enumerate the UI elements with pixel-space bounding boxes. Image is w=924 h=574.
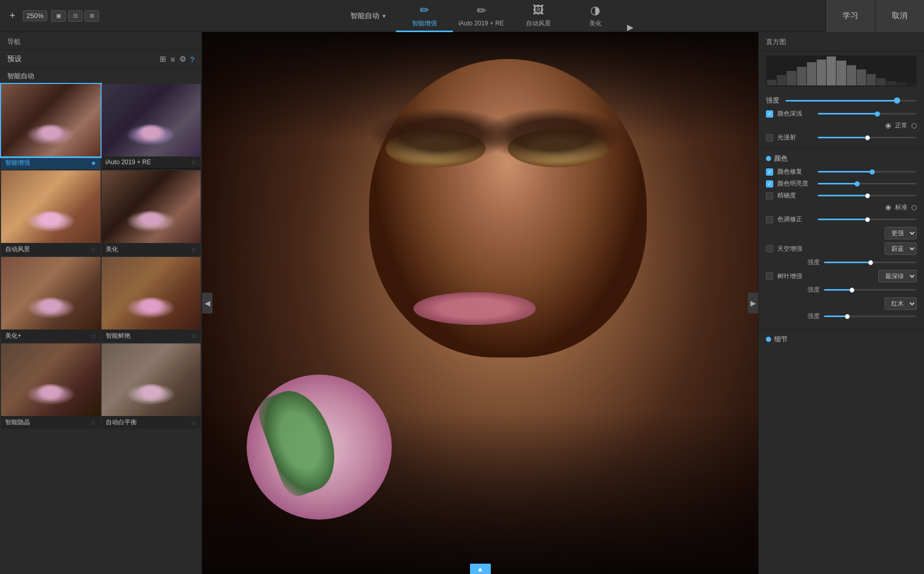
tone-correction-checkbox[interactable] bbox=[766, 216, 773, 223]
top-tabs: ✏ 智能增强 ✏ iAuto 2019 + RE 🖼 自动风景 ◑ 美化 ▶ bbox=[396, 0, 636, 32]
preset-name-3: 自动风景 bbox=[5, 245, 30, 254]
preset-thumb-7 bbox=[1, 343, 101, 416]
canvas-bottom-arrow[interactable]: ▲ bbox=[470, 564, 491, 574]
mode-radio[interactable] bbox=[886, 123, 891, 128]
preset-star-2[interactable]: ☆ bbox=[191, 159, 196, 166]
precision-mode-row: 标准 bbox=[766, 203, 917, 212]
canvas-right-arrow[interactable]: ▶ bbox=[748, 293, 758, 313]
intensity-slider-track[interactable] bbox=[786, 100, 917, 102]
standard-label: 标准 bbox=[895, 203, 907, 212]
preset-star-7[interactable]: ☆ bbox=[91, 419, 96, 426]
beautify-icon: ◑ bbox=[590, 4, 600, 17]
presets-tools: ⊞ ≡ ⚙ ? bbox=[160, 54, 194, 64]
view-mode-compare[interactable]: ⊠ bbox=[84, 10, 99, 22]
auto-landscape-icon: 🖼 bbox=[533, 4, 544, 17]
zoom-display[interactable]: 250% bbox=[23, 10, 47, 21]
portrait-background bbox=[202, 32, 758, 574]
preset-selector[interactable]: 智能自动 ▾ bbox=[350, 11, 386, 21]
preset-star-5[interactable]: ☆ bbox=[91, 333, 96, 340]
tone-checkbox[interactable] bbox=[766, 110, 773, 118]
tree-intensity-slider[interactable] bbox=[824, 289, 917, 291]
tab-beautify[interactable]: ◑ 美化 bbox=[567, 0, 624, 32]
tab-smart-enhance[interactable]: ✏ 智能增强 bbox=[396, 0, 453, 32]
list-item[interactable]: 美化+ ☆ bbox=[1, 257, 101, 342]
preset-name-4: 美化 bbox=[106, 245, 118, 254]
list-item[interactable]: 智能增强 ★ bbox=[1, 84, 101, 169]
light-scatter-label: 光漫射 bbox=[777, 133, 814, 142]
standard-radio[interactable] bbox=[886, 205, 891, 210]
settings-icon[interactable]: ⚙ bbox=[179, 54, 186, 64]
precision-slider[interactable] bbox=[818, 195, 917, 196]
left-panel: 导航 预设 ⊞ ≡ ⚙ ? 智能自动 bbox=[0, 32, 202, 574]
learn-button[interactable]: 学习 bbox=[826, 0, 875, 32]
color-brightness-checkbox[interactable] bbox=[766, 180, 773, 188]
color-repair-slider[interactable] bbox=[818, 171, 917, 173]
list-item[interactable]: 自动白平衡 ☆ bbox=[102, 343, 201, 429]
canvas-left-arrow[interactable]: ◀ bbox=[202, 293, 212, 313]
sky-enhance-label: 天空增强 bbox=[777, 245, 814, 253]
presets-title: 预设 bbox=[7, 54, 22, 64]
tone-correction-slider[interactable] bbox=[818, 219, 917, 220]
list-item[interactable]: iAuto 2019 + RE ☆ bbox=[102, 84, 201, 169]
list-view-icon[interactable]: ≡ bbox=[170, 55, 175, 64]
sky-intensity-slider[interactable] bbox=[824, 262, 917, 263]
preset-star-3[interactable]: ☆ bbox=[91, 246, 96, 253]
tree-enhance-label: 树叶增强 bbox=[777, 272, 814, 281]
tone-correction-dropdown[interactable]: 更强 bbox=[885, 227, 917, 239]
tab-auto-landscape[interactable]: 🖼 自动风景 bbox=[510, 0, 567, 32]
canvas-area: ◀ ▶ ▲ bbox=[202, 32, 758, 574]
preset-star-1[interactable]: ★ bbox=[91, 160, 96, 167]
preset-label-7: 智能隐晶 ☆ bbox=[1, 416, 101, 429]
tone-slider-track[interactable] bbox=[818, 113, 917, 114]
cancel-button[interactable]: 取消 bbox=[875, 0, 924, 32]
color-repair-label: 颜色修复 bbox=[777, 167, 814, 176]
tree-enhance-dropdown[interactable]: 最深绿 bbox=[878, 270, 917, 282]
list-item[interactable]: 美化 ☆ bbox=[102, 170, 201, 256]
main-image bbox=[202, 32, 758, 574]
tone-correction-label: 色调修正 bbox=[777, 215, 814, 224]
list-item[interactable]: 智能鲜艳 ☆ bbox=[102, 257, 201, 342]
add-button[interactable]: + bbox=[6, 10, 19, 21]
preset-dropdown-arrow[interactable]: ▾ bbox=[382, 12, 386, 20]
iauto2019-icon: ✏ bbox=[477, 4, 486, 18]
help-icon[interactable]: ? bbox=[190, 55, 194, 64]
tab-next-arrow[interactable]: ▶ bbox=[624, 22, 636, 32]
light-scatter-slider[interactable] bbox=[818, 137, 917, 138]
preset-label-8: 自动白平衡 ☆ bbox=[102, 416, 201, 429]
wood-color-dropdown[interactable]: 红木 bbox=[885, 297, 917, 310]
preset-star-4[interactable]: ☆ bbox=[191, 246, 196, 253]
preset-thumb-8 bbox=[102, 343, 201, 416]
view-mode-single[interactable]: ▣ bbox=[51, 10, 66, 22]
precision-checkbox[interactable] bbox=[766, 192, 773, 199]
tone-label: 颜色深浅 bbox=[777, 109, 814, 118]
top-bar-right: 学习 取消 bbox=[779, 0, 924, 32]
intensity-label: 强度 bbox=[766, 96, 781, 105]
preset-star-8[interactable]: ☆ bbox=[191, 419, 196, 426]
mode-row: 正常 bbox=[766, 121, 917, 130]
sky-enhance-checkbox[interactable] bbox=[766, 245, 773, 252]
mode-radio-2[interactable] bbox=[912, 123, 917, 128]
wood-intensity-slider[interactable] bbox=[824, 315, 917, 317]
sky-enhance-dropdown[interactable]: 蔚蓝 bbox=[885, 242, 917, 255]
list-item[interactable]: 智能隐晶 ☆ bbox=[1, 343, 101, 429]
view-mode-split[interactable]: ⊟ bbox=[68, 10, 82, 22]
color-brightness-slider[interactable] bbox=[818, 183, 917, 184]
top-bar-left: + 250% ▣ ⊟ ⊠ bbox=[0, 10, 207, 22]
light-scatter-checkbox[interactable] bbox=[766, 134, 773, 141]
color-repair-checkbox[interactable] bbox=[766, 168, 773, 176]
mode-radio-alt[interactable] bbox=[912, 205, 917, 210]
grid-view-icon[interactable]: ⊞ bbox=[160, 54, 166, 64]
auto-landscape-label: 自动风景 bbox=[526, 19, 551, 28]
list-item[interactable]: 自动风景 ☆ bbox=[1, 170, 101, 256]
precision-label: 精确度 bbox=[777, 191, 814, 200]
sky-intensity-label: 强度 bbox=[807, 258, 820, 267]
tree-enhance-checkbox[interactable] bbox=[766, 272, 773, 280]
histogram-chart bbox=[766, 55, 917, 87]
color-header: 颜色 bbox=[766, 154, 917, 163]
preset-star-6[interactable]: ☆ bbox=[191, 333, 196, 340]
mode-label: 正常 bbox=[895, 121, 907, 130]
light-scatter-row: 光漫射 bbox=[766, 133, 917, 142]
preset-thumb-4 bbox=[102, 170, 201, 243]
preset-thumb-5 bbox=[1, 257, 101, 329]
tab-iauto2019[interactable]: ✏ iAuto 2019 + RE bbox=[453, 0, 510, 32]
